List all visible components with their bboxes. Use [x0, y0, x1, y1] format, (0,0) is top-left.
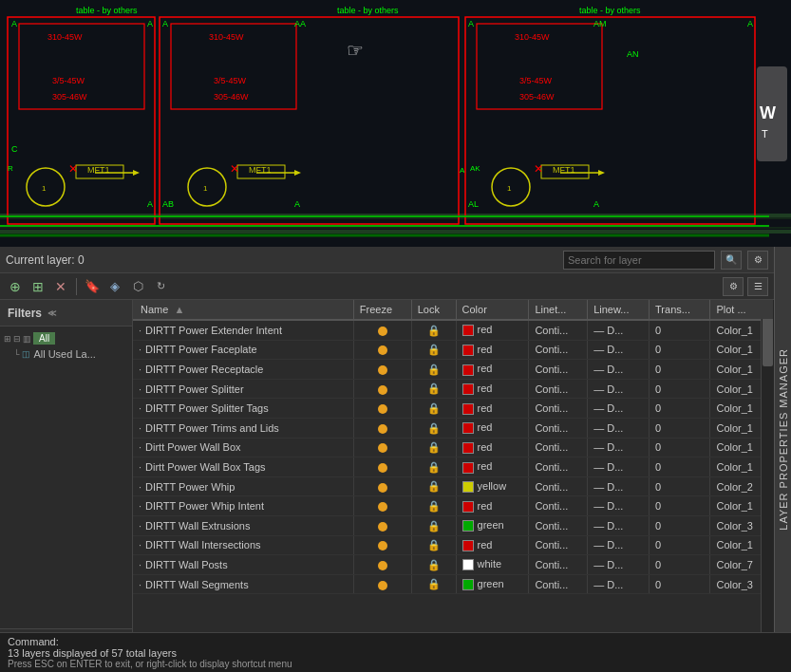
table-row[interactable]: ·DIRTT Power Whip Intent 🔒 red Conti... …: [133, 496, 774, 516]
lock-cell[interactable]: 🔒: [411, 399, 456, 419]
lineweight-cell[interactable]: — D...: [588, 496, 650, 516]
freeze-icon[interactable]: [378, 541, 387, 551]
freeze-cell[interactable]: [353, 457, 411, 477]
layer-refresh-btn[interactable]: ↻: [151, 277, 170, 296]
lineweight-cell[interactable]: — D...: [588, 476, 650, 496]
color-cell[interactable]: red: [456, 438, 529, 457]
linetype-cell[interactable]: Conti...: [529, 320, 588, 340]
color-cell[interactable]: red: [456, 399, 529, 419]
freeze-cell[interactable]: [353, 418, 411, 438]
lock-icon[interactable]: 🔒: [427, 500, 441, 513]
freeze-icon[interactable]: [378, 463, 387, 473]
lock-icon[interactable]: 🔒: [427, 480, 441, 493]
lineweight-cell[interactable]: — D...: [588, 360, 650, 380]
table-row[interactable]: ·DIRTT Power Whip 🔒 yellow Conti... — D.…: [133, 476, 774, 496]
color-cell[interactable]: green: [456, 515, 529, 535]
linetype-cell[interactable]: Conti...: [529, 340, 588, 360]
freeze-icon[interactable]: [378, 522, 387, 532]
color-cell[interactable]: red: [456, 457, 529, 477]
table-row[interactable]: ·DIRTT Wall Segments 🔒 green Conti... — …: [133, 574, 774, 594]
freeze-cell[interactable]: [353, 555, 411, 575]
freeze-icon[interactable]: [378, 327, 387, 336]
freeze-icon[interactable]: [378, 581, 387, 590]
freeze-cell[interactable]: [353, 320, 411, 340]
freeze-cell[interactable]: [353, 476, 411, 496]
lock-icon[interactable]: 🔒: [427, 441, 441, 454]
color-cell[interactable]: red: [456, 535, 529, 555]
linetype-cell[interactable]: Conti...: [529, 360, 588, 380]
linetype-cell[interactable]: Conti...: [529, 457, 588, 477]
lineweight-cell[interactable]: — D...: [588, 457, 650, 477]
lock-cell[interactable]: 🔒: [411, 476, 456, 496]
transparency-cell[interactable]: 0: [650, 457, 710, 477]
lock-icon[interactable]: 🔒: [427, 325, 441, 337]
new-layer-btn[interactable]: ⊕: [6, 277, 25, 296]
lock-icon[interactable]: 🔒: [427, 520, 441, 532]
freeze-icon[interactable]: [378, 385, 387, 395]
transparency-cell[interactable]: 0: [650, 399, 710, 419]
freeze-cell[interactable]: [353, 574, 411, 594]
freeze-cell[interactable]: [353, 515, 411, 535]
linetype-cell[interactable]: Conti...: [529, 418, 588, 438]
lock-cell[interactable]: 🔒: [411, 340, 456, 360]
lineweight-cell[interactable]: — D...: [588, 379, 650, 399]
freeze-cell[interactable]: [353, 360, 411, 380]
layer-options-btn[interactable]: ☰: [747, 277, 768, 296]
table-row[interactable]: ·DIRTT Wall Intersections 🔒 red Conti...…: [133, 535, 774, 555]
freeze-icon[interactable]: [378, 424, 387, 434]
lock-cell[interactable]: 🔒: [411, 496, 456, 516]
transparency-cell[interactable]: 0: [650, 476, 710, 496]
freeze-cell[interactable]: [353, 340, 411, 360]
lock-cell[interactable]: 🔒: [411, 360, 456, 380]
lock-icon[interactable]: 🔒: [427, 539, 441, 551]
table-row[interactable]: ·DIRTT Power Receptacle 🔒 red Conti... —…: [133, 360, 774, 380]
col-header-lineweight[interactable]: Linew...: [588, 300, 650, 320]
freeze-icon[interactable]: [378, 404, 387, 414]
freeze-cell[interactable]: [353, 438, 411, 457]
color-cell[interactable]: white: [456, 555, 529, 575]
lock-cell[interactable]: 🔒: [411, 535, 456, 555]
freeze-icon[interactable]: [378, 365, 387, 375]
transparency-cell[interactable]: 0: [650, 360, 710, 380]
lock-icon[interactable]: 🔒: [427, 344, 441, 356]
layer-filter-btn[interactable]: ◈: [105, 277, 124, 296]
lineweight-cell[interactable]: — D...: [588, 438, 650, 457]
freeze-cell[interactable]: [353, 496, 411, 516]
lock-cell[interactable]: 🔒: [411, 555, 456, 575]
transparency-cell[interactable]: 0: [650, 320, 710, 340]
table-row[interactable]: ·Dirtt Power Wall Box Tags 🔒 red Conti..…: [133, 457, 774, 477]
color-cell[interactable]: red: [456, 360, 529, 380]
filter-tree-item[interactable]: └ ◫ All Used La...: [4, 346, 128, 362]
transparency-cell[interactable]: 0: [650, 574, 710, 594]
delete-layer-btn[interactable]: ✕: [51, 277, 70, 296]
col-header-color[interactable]: Color: [456, 300, 529, 320]
transparency-cell[interactable]: 0: [650, 535, 710, 555]
lock-cell[interactable]: 🔒: [411, 320, 456, 340]
layer-config-btn[interactable]: ⚙: [723, 277, 744, 296]
table-row[interactable]: ·DIRTT Power Splitter Tags 🔒 red Conti..…: [133, 399, 774, 419]
linetype-cell[interactable]: Conti...: [529, 555, 588, 575]
settings-btn[interactable]: ⚙: [747, 251, 768, 270]
table-row[interactable]: ·DIRTT Power Splitter 🔒 red Conti... — D…: [133, 379, 774, 399]
filter-all-btn[interactable]: All: [33, 332, 55, 345]
lineweight-cell[interactable]: — D...: [588, 535, 650, 555]
lock-cell[interactable]: 🔒: [411, 438, 456, 457]
transparency-cell[interactable]: 0: [650, 379, 710, 399]
lock-cell[interactable]: 🔒: [411, 515, 456, 535]
table-row[interactable]: ·DIRTT Wall Extrusions 🔒 green Conti... …: [133, 515, 774, 535]
transparency-cell[interactable]: 0: [650, 555, 710, 575]
lock-icon[interactable]: 🔒: [427, 364, 441, 376]
freeze-icon[interactable]: [378, 483, 387, 493]
layer-settings-btn2[interactable]: ⬡: [128, 277, 147, 296]
lock-icon[interactable]: 🔒: [427, 422, 441, 435]
lineweight-cell[interactable]: — D...: [588, 418, 650, 438]
table-row[interactable]: ·DIRTT Power Trims and Lids 🔒 red Conti.…: [133, 418, 774, 438]
freeze-icon[interactable]: [378, 443, 387, 453]
color-cell[interactable]: red: [456, 379, 529, 399]
layers-table-container[interactable]: Name ▲ Freeze Lock Color Linet... Linew.…: [133, 300, 774, 655]
transparency-cell[interactable]: 0: [650, 340, 710, 360]
col-header-name[interactable]: Name ▲: [133, 300, 353, 320]
color-cell[interactable]: green: [456, 574, 529, 594]
table-row[interactable]: ·Dirtt Power Wall Box 🔒 red Conti... — D…: [133, 438, 774, 457]
lineweight-cell[interactable]: — D...: [588, 399, 650, 419]
